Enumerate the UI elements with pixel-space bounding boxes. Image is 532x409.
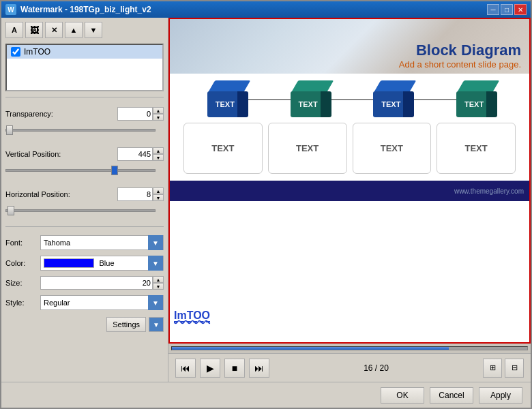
watermark-item[interactable]: ImTOO [7, 45, 162, 59]
size-input-wrap: ▲ ▼ [40, 276, 164, 290]
window-title: Watermark - 198TGp_biz_light_v2 [20, 5, 487, 14]
style-value: Regular [41, 299, 148, 307]
slide-subtitle: Add a short content slide page. [399, 59, 521, 70]
size-input[interactable] [40, 276, 153, 290]
watermark-list: ImTOO [5, 44, 164, 91]
vertical-position-slider[interactable] [5, 165, 156, 176]
cube-3: TEXT [368, 80, 414, 117]
transparency-spin: ▲ ▼ [153, 107, 164, 121]
size-row: Size: ▲ ▼ [5, 276, 164, 290]
cube-2-side [321, 91, 331, 117]
last-button[interactable]: ⏭ [249, 359, 269, 378]
horizontal-down[interactable]: ▼ [153, 194, 164, 201]
transparency-input-wrap: 0 ▲ ▼ [117, 107, 164, 121]
font-dropdown-arrow[interactable]: ▼ [148, 235, 163, 250]
text-box-4: TEXT [437, 123, 516, 174]
transparency-up[interactable]: ▲ [153, 107, 164, 114]
text-box-3: TEXT [353, 123, 432, 174]
move-up-button[interactable]: ▲ [65, 22, 83, 38]
apply-button[interactable]: Apply [479, 387, 522, 404]
slide-header: Block Diagram Add a short content slide … [170, 19, 529, 74]
left-panel: A 🖼 ✕ ▲ ▼ ImTOO Transparency: 0 [1, 18, 168, 382]
ok-button[interactable]: OK [381, 387, 424, 404]
color-dropdown-arrow[interactable]: ▼ [148, 256, 163, 271]
play-button[interactable]: ▶ [200, 359, 220, 378]
first-button[interactable]: ⏮ [175, 359, 196, 378]
progress-fill [172, 347, 449, 350]
app-icon: W [5, 4, 16, 15]
footer-website: www.themegallery.com [454, 187, 524, 195]
watermark-checkbox[interactable] [11, 47, 20, 57]
right-panel: Block Diagram Add a short content slide … [168, 18, 531, 382]
slide-body: TEXT TEXT [170, 74, 529, 181]
cube-4-side [486, 91, 497, 117]
horizontal-spin: ▲ ▼ [153, 187, 164, 201]
cube-2: TEXT [285, 80, 331, 117]
horizontal-position-label: Horizontal Position: [5, 190, 74, 198]
add-image-button[interactable]: 🖼 [25, 22, 43, 38]
size-label: Size: [5, 279, 36, 287]
text-boxes-row: TEXT TEXT TEXT TEXT [177, 123, 522, 174]
color-label: Color: [5, 259, 36, 267]
transparency-slider[interactable] [5, 125, 156, 136]
horizontal-up[interactable]: ▲ [153, 187, 164, 194]
transparency-label: Transparency: [5, 110, 74, 118]
settings-button[interactable]: Settings [106, 317, 146, 332]
font-label: Font: [5, 239, 36, 247]
cube-connector [211, 99, 488, 100]
cube-item-4: TEXT [451, 80, 497, 117]
window-controls: ─ □ ✕ [487, 4, 527, 15]
horizontal-position-input-wrap: ▲ ▼ [117, 187, 164, 201]
title-bar: W Watermark - 198TGp_biz_light_v2 ─ □ ✕ [1, 1, 531, 18]
close-button[interactable]: ✕ [514, 4, 527, 15]
view-grid-button[interactable]: ⊟ [505, 359, 524, 378]
add-text-button[interactable]: A [5, 22, 23, 38]
watermark-display: ImTOO [174, 309, 210, 322]
vertical-down[interactable]: ▼ [153, 154, 164, 161]
view-single-button[interactable]: ⊞ [483, 359, 502, 378]
divider-2 [5, 226, 164, 227]
page-indicator: 16 / 20 [274, 363, 479, 373]
maximize-button[interactable]: □ [501, 4, 513, 15]
style-row: Style: Regular ▼ [5, 295, 164, 310]
minimize-button[interactable]: ─ [487, 4, 499, 15]
vertical-position-label: Vertical Position: [5, 150, 74, 158]
size-up[interactable]: ▲ [153, 276, 164, 283]
slide-preview: Block Diagram Add a short content slide … [168, 18, 531, 344]
transparency-input[interactable]: 0 [117, 107, 153, 121]
size-down[interactable]: ▼ [153, 283, 164, 290]
style-select[interactable]: Regular ▼ [40, 295, 164, 310]
horizontal-position-row: Horizontal Position: ▲ ▼ [5, 187, 164, 201]
transparency-down[interactable]: ▼ [153, 114, 164, 121]
horizontal-position-slider[interactable] [5, 205, 156, 216]
cube-item-2: TEXT [285, 80, 331, 117]
main-window: W Watermark - 198TGp_biz_light_v2 ─ □ ✕ … [0, 0, 532, 409]
slide-header-text: Block Diagram Add a short content slide … [399, 42, 521, 70]
stop-button[interactable]: ■ [224, 359, 245, 378]
color-select[interactable]: Blue ▼ [40, 256, 164, 271]
cube-item-1: TEXT [202, 80, 248, 117]
vertical-position-input[interactable] [117, 147, 153, 161]
color-swatch [44, 258, 94, 268]
transparency-slider-wrap [5, 125, 164, 138]
cube-3-side [403, 91, 414, 117]
settings-arrow[interactable]: ▼ [149, 317, 164, 332]
style-label: Style: [5, 299, 36, 307]
font-select[interactable]: Tahoma ▼ [40, 235, 164, 250]
view-buttons: ⊞ ⊟ [483, 359, 524, 378]
delete-button[interactable]: ✕ [45, 22, 63, 38]
progress-bar-area [168, 344, 531, 353]
text-box-1: TEXT [183, 123, 263, 174]
cancel-button[interactable]: Cancel [430, 387, 473, 404]
vertical-position-input-wrap: ▲ ▼ [117, 147, 164, 161]
controls-row: ⏮ ▶ ■ ⏭ 16 / 20 ⊞ ⊟ [168, 353, 531, 382]
vertical-slider-wrap [5, 165, 164, 178]
vertical-up[interactable]: ▲ [153, 147, 164, 154]
move-down-button[interactable]: ▼ [85, 22, 102, 38]
font-row: Font: Tahoma ▼ [5, 235, 164, 250]
horizontal-slider-wrap [5, 205, 164, 218]
horizontal-position-input[interactable] [117, 187, 153, 201]
style-dropdown-arrow[interactable]: ▼ [148, 295, 163, 310]
color-row: Color: Blue ▼ [5, 256, 164, 271]
vertical-spin: ▲ ▼ [153, 147, 164, 161]
